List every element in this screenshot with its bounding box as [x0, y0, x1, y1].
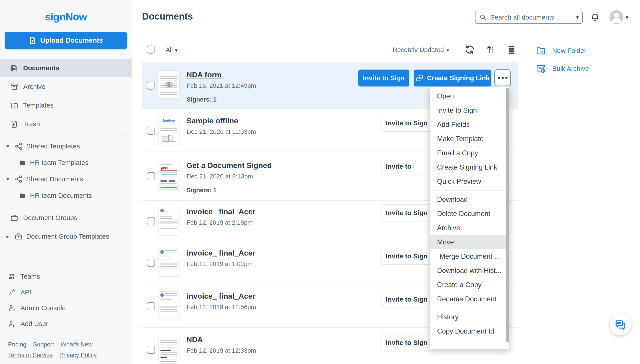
- more-options-button[interactable]: [494, 69, 511, 86]
- chevron-down-icon[interactable]: ▾: [5, 176, 11, 182]
- sidebar-item-teams[interactable]: Teams: [0, 268, 132, 284]
- sidebar-item-label: API: [21, 288, 31, 296]
- search-scope-caret-icon[interactable]: ▾: [576, 14, 579, 21]
- invite-to-sign-button[interactable]: Invite to Sign: [381, 248, 432, 265]
- select-all-checkbox[interactable]: [147, 46, 155, 54]
- document-thumbnail-sample-document[interactable]: Sample Document: [158, 161, 179, 190]
- row-checkbox[interactable]: [147, 302, 155, 310]
- menu-item-archive[interactable]: Archive: [430, 221, 509, 235]
- document-thumbnail-invoice[interactable]: [158, 291, 179, 320]
- document-thumbnail-invoice[interactable]: [158, 248, 179, 277]
- sidebar-item-archive[interactable]: Archive: [0, 77, 132, 96]
- share-icon: [15, 142, 23, 150]
- menu-item-email-a-copy[interactable]: Email a Copy: [430, 146, 509, 160]
- gears-icon: [8, 288, 16, 296]
- upload-documents-button[interactable]: Upload Documents: [5, 32, 127, 49]
- sidebar-item-hr-team-templates[interactable]: HR team Templates: [0, 154, 132, 171]
- link-whats-new[interactable]: What's New: [61, 341, 93, 348]
- sidebar-item-label: HR team Documents: [30, 192, 92, 199]
- invite-to-sign-button[interactable]: Invite to Sign: [358, 70, 409, 86]
- document-title[interactable]: Sample offline: [187, 116, 256, 125]
- menu-item-download[interactable]: Download: [430, 192, 509, 207]
- chevron-right-icon[interactable]: ▸: [5, 233, 11, 240]
- create-signing-link-button[interactable]: Create Signing Link: [414, 70, 491, 86]
- bulk-archive-button[interactable]: Bulk Archive: [535, 64, 589, 74]
- link-support[interactable]: Support: [33, 341, 54, 348]
- sidebar-item-trash[interactable]: Trash: [0, 115, 132, 133]
- notifications-bell-icon[interactable]: [590, 13, 600, 22]
- refresh-icon[interactable]: [465, 44, 475, 55]
- document-title[interactable]: Get a Document Signed: [187, 161, 272, 170]
- menu-item-move[interactable]: Move: [430, 235, 509, 249]
- menu-item-rename-document[interactable]: Rename Document: [430, 292, 509, 306]
- sidebar-item-documents[interactable]: Documents: [0, 59, 132, 77]
- search-box: ▾: [475, 11, 583, 24]
- sidebar-item-document-groups[interactable]: Document Groups: [0, 208, 132, 227]
- new-folder-button[interactable]: New Folder: [535, 46, 586, 56]
- row-checkbox[interactable]: [147, 217, 155, 225]
- sidebar-item-templates[interactable]: T Templates: [0, 96, 132, 115]
- sidebar-item-hr-team-documents[interactable]: HR team Documents: [0, 187, 132, 204]
- invite-to-sign-button[interactable]: Invite to Sign: [381, 291, 432, 308]
- avatar[interactable]: [609, 10, 623, 24]
- folder-icon: [19, 159, 26, 166]
- sort-label: Recently Updated: [393, 46, 444, 53]
- chevron-down-icon[interactable]: ▾: [5, 143, 11, 149]
- link-privacy[interactable]: Privacy Policy: [59, 352, 97, 358]
- list-density-icon[interactable]: [506, 44, 517, 55]
- sidebar-item-shared-templates[interactable]: ▾ Shared Templates: [0, 138, 132, 154]
- menu-scrollbar[interactable]: [506, 88, 509, 342]
- row-checkbox[interactable]: [147, 259, 155, 267]
- folder-icon: [19, 192, 26, 199]
- invite-to-sign-button[interactable]: Invite to Sign: [381, 334, 432, 351]
- menu-item-add-fields[interactable]: Add Fields: [430, 118, 509, 132]
- link-pricing[interactable]: Pricing: [8, 341, 27, 348]
- document-thumbnail-nda-form[interactable]: [158, 70, 179, 98]
- menu-item-download-with-history[interactable]: Download with Hist...: [430, 264, 509, 278]
- menu-item-create-a-copy[interactable]: Create a Copy: [430, 278, 509, 292]
- menu-item-make-template[interactable]: Make Template: [430, 132, 509, 146]
- sidebar-item-add-user[interactable]: Add User: [0, 316, 132, 332]
- sidebar-item-label: Shared Documents: [26, 175, 83, 183]
- menu-item-open[interactable]: Open: [430, 89, 509, 103]
- sidebar-item-api[interactable]: API: [0, 284, 132, 300]
- search-input[interactable]: [490, 14, 576, 21]
- row-checkbox[interactable]: [147, 127, 155, 135]
- sidebar-item-shared-documents[interactable]: ▾ Shared Documents: [0, 171, 132, 187]
- menu-item-merge-document[interactable]: Merge Document ...: [430, 249, 509, 264]
- link-terms[interactable]: Terms of Service: [8, 352, 53, 358]
- document-thumbnail-invoice[interactable]: [158, 207, 179, 235]
- document-title[interactable]: NDA form: [187, 70, 256, 79]
- document-title[interactable]: NDA: [187, 335, 256, 344]
- sidebar-item-label: Document Group Templates: [26, 233, 109, 240]
- bulk-archive-label: Bulk Archive: [552, 65, 589, 72]
- row-checkbox[interactable]: [147, 172, 155, 180]
- sidebar: signNow Upload Documents Documents Archi…: [0, 0, 132, 364]
- chevron-down-icon: ▾: [447, 47, 449, 53]
- invite-to-sign-button[interactable]: Invite to Sign: [381, 204, 432, 221]
- document-title[interactable]: invoice_ final_Acer: [187, 207, 255, 216]
- menu-item-quick-preview[interactable]: Quick Preview: [430, 174, 509, 189]
- sidebar-item-label: Add User: [21, 320, 48, 328]
- menu-item-create-signing-link[interactable]: Create Signing Link: [430, 160, 509, 174]
- document-date: Feb 12, 2019 at 2:18pm: [187, 219, 255, 226]
- menu-item-delete-document[interactable]: Delete Document: [430, 207, 509, 221]
- document-title[interactable]: invoice_ final_Acer: [187, 249, 255, 257]
- document-thumbnail-nda[interactable]: [158, 335, 179, 363]
- sort-order-icon[interactable]: [485, 44, 495, 55]
- document-title[interactable]: invoice_ final_Acer: [187, 292, 256, 300]
- document-thumbnail-sample-offline[interactable]: SignNow: [158, 116, 179, 145]
- row-checkbox[interactable]: [147, 82, 155, 90]
- invite-to-sign-button[interactable]: Invite to Sign: [381, 115, 432, 132]
- row-checkbox[interactable]: [147, 346, 155, 354]
- sort-dropdown[interactable]: Recently Updated▾: [393, 46, 449, 54]
- sidebar-item-document-group-templates[interactable]: ▸ T Document Group Templates: [0, 227, 132, 246]
- account-caret-icon[interactable]: ▾: [625, 14, 628, 21]
- sidebar-item-admin-console[interactable]: A Admin Console: [0, 300, 132, 316]
- filter-all-dropdown[interactable]: All▾: [166, 46, 178, 54]
- menu-item-copy-document-id[interactable]: Copy Document Id: [430, 324, 509, 338]
- menu-item-history[interactable]: History: [430, 310, 509, 324]
- share-icon: [15, 175, 23, 183]
- chat-fab-button[interactable]: [610, 314, 631, 335]
- menu-item-invite-to-sign[interactable]: Invite to Sign: [430, 103, 509, 118]
